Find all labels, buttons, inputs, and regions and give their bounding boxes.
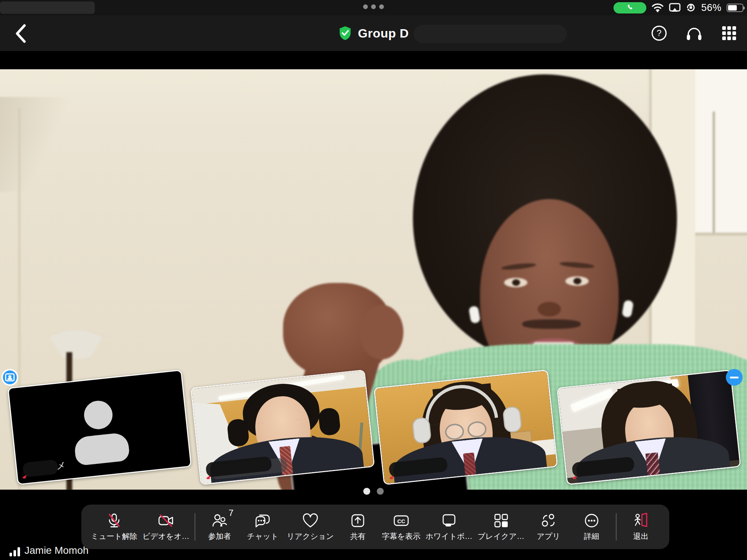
avatar-silhouette-head bbox=[83, 399, 114, 431]
audio-headphones-icon[interactable] bbox=[685, 25, 703, 42]
reactions-button[interactable]: リアクション bbox=[287, 512, 334, 541]
speaker-left-eye bbox=[504, 278, 527, 287]
svg-text:CC: CC bbox=[397, 518, 405, 524]
participant-thumbnail-student-headset[interactable] bbox=[190, 370, 375, 485]
battery-icon bbox=[727, 4, 743, 12]
meeting-top-bar: Group D ? bbox=[0, 15, 747, 51]
speaker-knuckle bbox=[360, 305, 403, 359]
breakout-rooms-button[interactable]: ブレイクア… bbox=[477, 512, 524, 541]
more-button[interactable]: 詳細 bbox=[573, 512, 611, 541]
apps-button[interactable]: アプリ bbox=[530, 512, 568, 541]
mic-muted-icon bbox=[106, 512, 123, 529]
whiteboard-button[interactable]: ホワイトボ… bbox=[426, 512, 472, 541]
meeting-title: Group D bbox=[358, 26, 409, 40]
apps-icon bbox=[540, 512, 557, 529]
wall-corner-shadow bbox=[0, 97, 90, 192]
student-plaid-tie bbox=[646, 452, 660, 475]
gallery-page-dots[interactable] bbox=[0, 488, 747, 495]
back-button[interactable] bbox=[10, 23, 31, 44]
participant-thumbnail-no-video[interactable]: メ bbox=[7, 370, 191, 485]
zoom-meeting-app: { "status_bar": { "battery_percent": "56… bbox=[0, 0, 747, 560]
page-dot-active[interactable] bbox=[363, 488, 370, 495]
self-name: Jamie Momoh bbox=[24, 545, 89, 556]
window bbox=[695, 69, 747, 236]
breakout-rooms-icon bbox=[493, 512, 510, 529]
collapse-thumbnails-button[interactable] bbox=[726, 369, 743, 386]
chat-icon bbox=[254, 512, 271, 529]
share-button[interactable]: 共有 bbox=[339, 512, 377, 541]
self-view-label: Jamie Momoh bbox=[9, 545, 89, 556]
battery-percent: 56% bbox=[701, 2, 721, 13]
more-ellipsis-icon bbox=[583, 512, 600, 529]
avatar-silhouette-body bbox=[74, 432, 130, 466]
participants-button[interactable]: 7 参加者 bbox=[201, 512, 239, 541]
status-redaction-block bbox=[0, 1, 95, 14]
security-shield-icon[interactable] bbox=[338, 26, 352, 41]
page-dot-inactive[interactable] bbox=[377, 488, 384, 495]
toolbar-divider bbox=[194, 513, 196, 541]
share-icon bbox=[349, 512, 366, 529]
ipad-status-bar: 56% bbox=[0, 0, 747, 15]
title-redaction-block bbox=[414, 25, 567, 43]
participants-icon bbox=[211, 512, 228, 529]
captions-button[interactable]: CC 字幕を表示 bbox=[382, 512, 421, 541]
unmute-button[interactable]: ミュート解除 bbox=[91, 512, 137, 541]
multitask-dots-icon[interactable] bbox=[363, 4, 384, 9]
closed-captions-icon: CC bbox=[392, 512, 410, 529]
leave-button[interactable]: 退出 bbox=[622, 512, 660, 541]
start-video-button[interactable]: ビデオをオ… bbox=[143, 512, 189, 541]
meeting-toolbar: ミュート解除 ビデオをオ… 7 参加者 チャット リアクション bbox=[81, 505, 669, 549]
screen-mirroring-icon bbox=[669, 3, 681, 12]
wifi-icon bbox=[651, 3, 664, 12]
active-call-phone-icon[interactable] bbox=[614, 2, 646, 13]
toolbar-divider bbox=[616, 513, 617, 541]
help-icon[interactable]: ? bbox=[651, 25, 667, 42]
video-muted-icon bbox=[157, 512, 175, 529]
participant-name-pill bbox=[22, 459, 59, 478]
speaker-mustache bbox=[522, 319, 581, 329]
chat-button[interactable]: チャット bbox=[244, 512, 282, 541]
contact-card-badge[interactable] bbox=[1, 369, 18, 386]
svg-text:?: ? bbox=[657, 28, 661, 38]
participants-count-badge: 7 bbox=[229, 508, 233, 518]
gallery-grid-icon[interactable] bbox=[721, 25, 738, 42]
leave-door-icon bbox=[632, 512, 650, 529]
heart-icon bbox=[302, 512, 319, 529]
speaker-nose bbox=[538, 302, 561, 316]
signal-bars-icon bbox=[9, 547, 20, 556]
window-frame bbox=[713, 112, 715, 236]
orientation-lock-icon bbox=[686, 3, 696, 13]
participant-thumbnail-student-glasses[interactable] bbox=[374, 370, 558, 485]
speaker-right-eye bbox=[565, 276, 589, 286]
name-glyph-fragment: メ bbox=[56, 459, 67, 472]
window-sill bbox=[695, 233, 747, 236]
whiteboard-icon bbox=[440, 512, 458, 529]
student-tie bbox=[463, 452, 476, 475]
participant-thumbnail-student-longhair[interactable] bbox=[557, 370, 741, 485]
